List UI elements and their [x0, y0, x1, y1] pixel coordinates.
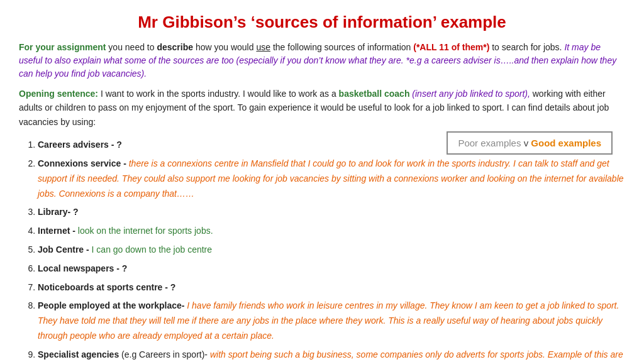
opening-highlight: basketball coach	[339, 89, 410, 99]
list-item: Specialist agencies (e.g Careers in spor…	[38, 348, 625, 362]
item-title: Careers advisers - ?	[38, 140, 122, 150]
list-item: Internet - look on the internet for spor…	[38, 224, 625, 239]
list-item: People employed at the workplace- I have…	[38, 299, 625, 343]
poor-good-box: Poor examples v Good examples	[447, 131, 613, 155]
item-title: Noticeboards at sports centre - ?	[38, 282, 175, 292]
sources-list: Careers advisers - ? Connexions service …	[38, 138, 625, 362]
item-detail: I can go down to the job centre	[92, 244, 212, 255]
item-detail: look on the internet for sports jobs.	[78, 226, 213, 236]
list-item: Connexions service - there is a connexio…	[38, 156, 625, 201]
intro-use: use	[256, 42, 270, 52]
page-title: Mr Gibbison’s ‘sources of information’ e…	[19, 13, 625, 32]
item-title: Specialist agencies	[38, 349, 119, 359]
intro-text8: to search for jobs.	[489, 42, 564, 52]
opening-text2: (insert any job linked to sport),	[409, 89, 530, 99]
intro-describe: describe	[157, 42, 193, 52]
list-item: Noticeboards at sports centre - ?	[38, 280, 625, 295]
intro-all11: (*ALL 11 of them*)	[413, 42, 489, 52]
good-label: Good examples	[531, 138, 601, 148]
items-container: Poor examples v Good examples Careers ad…	[19, 138, 625, 362]
intro-text2: you need to	[106, 42, 157, 52]
v-label: v	[524, 138, 531, 148]
item-title: Job Centre -	[38, 244, 89, 255]
item-title: Library- ?	[38, 207, 79, 217]
opening-label: Opening sentence:	[19, 89, 98, 99]
item-title: Connexions service -	[38, 158, 126, 168]
intro-for-your-assignment: For your assignment	[19, 42, 106, 52]
list-item: Library- ?	[38, 205, 625, 220]
opening-sentence: Opening sentence: I want to work in the …	[19, 87, 625, 129]
intro-text4: how you would	[193, 42, 256, 52]
item-title: Internet -	[38, 226, 75, 236]
intro-text6: the following sources of information	[270, 42, 413, 52]
intro-block: For your assignment you need to describe…	[19, 41, 625, 80]
list-item: Job Centre - I can go down to the job ce…	[38, 243, 625, 258]
opening-text1: I want to work in the sports industry. I…	[98, 89, 339, 99]
poor-label: Poor examples	[458, 138, 521, 148]
list-item: Local newspapers - ?	[38, 261, 625, 277]
item-title: People employed at the workplace-	[38, 300, 184, 310]
item-subtitle: (e.g Careers in sport)-	[119, 349, 208, 359]
item-title: Local newspapers - ?	[38, 263, 127, 273]
